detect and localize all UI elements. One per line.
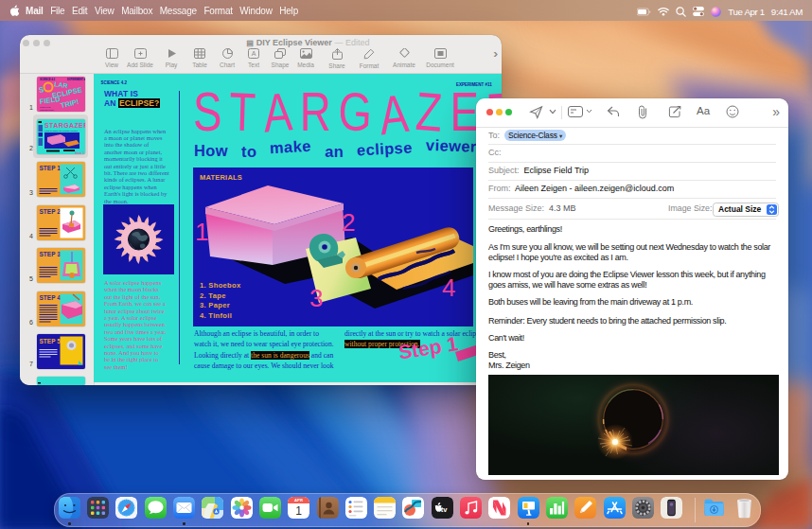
svg-text:MATERIALS: MATERIALS bbox=[200, 173, 242, 182]
svg-text:tv: tv bbox=[440, 505, 447, 514]
svg-text:STEP 1:: STEP 1: bbox=[40, 165, 62, 171]
svg-text:EXPERIMENT #11: EXPERIMENT #11 bbox=[67, 78, 85, 81]
svg-text:FIELD: FIELD bbox=[39, 95, 61, 106]
svg-text:STEP 3:: STEP 3: bbox=[40, 251, 62, 257]
svg-text:DID YOU KNOW: DID YOU KNOW bbox=[41, 384, 85, 385]
svg-text:3. Paper: 3. Paper bbox=[200, 301, 230, 309]
svg-text:How to make an eclipse viewer!: How to make an eclipse viewer! bbox=[44, 130, 78, 132]
svg-text:2: 2 bbox=[342, 208, 355, 237]
svg-text:4. Tinfoil: 4. Tinfoil bbox=[200, 311, 232, 320]
svg-text:STEP 5:: STEP 5: bbox=[40, 338, 62, 344]
svg-text:APR: APR bbox=[294, 498, 303, 503]
svg-text:STEP 2:: STEP 2: bbox=[40, 208, 62, 215]
svg-text:STARGAZER: STARGAZER bbox=[44, 122, 85, 129]
svg-text:SCIENCE 4.2: SCIENCE 4.2 bbox=[40, 78, 55, 81]
svg-text:STEP 4:: STEP 4: bbox=[40, 294, 62, 301]
svg-text:TRIP!: TRIP! bbox=[60, 97, 79, 110]
svg-text:2. Tape: 2. Tape bbox=[200, 291, 226, 300]
svg-text:Wed 1 p.m.: Wed 1 p.m. bbox=[40, 106, 51, 108]
svg-text:Main Driveway: Main Driveway bbox=[40, 109, 55, 111]
svg-text:3: 3 bbox=[309, 284, 323, 312]
svg-text:1: 1 bbox=[195, 218, 208, 246]
svg-text:4: 4 bbox=[442, 273, 455, 302]
svg-text:1. Shoebox: 1. Shoebox bbox=[200, 281, 241, 290]
svg-text:Step 1: Step 1 bbox=[75, 151, 84, 155]
svg-text:1: 1 bbox=[295, 504, 302, 518]
svg-text:A: A bbox=[252, 50, 256, 57]
